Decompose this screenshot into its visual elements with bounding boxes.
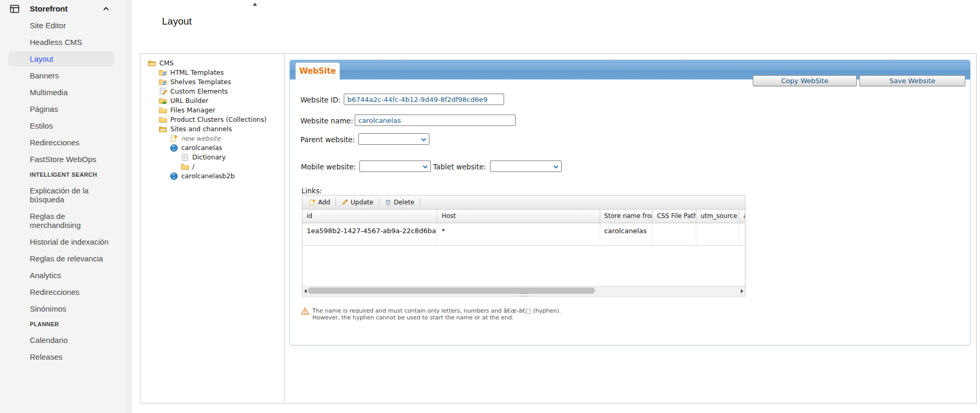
mobile-website-select[interactable] xyxy=(359,160,431,172)
sidebar-item-faststore-webops[interactable]: FastStore WebOps xyxy=(8,155,114,164)
folder-arrow-icon xyxy=(159,97,167,105)
website-name-input[interactable] xyxy=(355,114,516,126)
parent-website-label: Parent website: xyxy=(300,135,355,144)
sidebar: Storefront Site EditorHeadless CMSLayout… xyxy=(0,0,126,413)
links-grid-header: idHostStore name from LMCSS File Pathutm… xyxy=(302,210,745,223)
sidebar-item-releases[interactable]: Releases xyxy=(8,352,114,361)
cell-id: 1ea598b2-1427-4567-ab9a-22c8d6ba79eb xyxy=(302,223,437,245)
links-label: Links: xyxy=(301,187,322,195)
tree-node-cms[interactable]: CMS xyxy=(141,59,284,68)
sidebar-item-p-ginas[interactable]: Páginas xyxy=(8,105,114,113)
tree-node-carolcanelasb2b[interactable]: carolcanelasb2b xyxy=(141,171,284,181)
sidebar-item-headless-cms[interactable]: Headless CMS xyxy=(8,38,114,47)
column-header-css-file-path[interactable]: CSS File Path xyxy=(652,210,696,223)
page-title: Layout xyxy=(162,16,192,27)
folder-icon xyxy=(159,106,167,114)
tree-node-label: carolcanelasb2b xyxy=(181,171,235,181)
tree-node-sites-and-channels[interactable]: Sites and channels xyxy=(141,124,284,134)
column-header-store-name-from-lm[interactable]: Store name from LM xyxy=(600,210,653,223)
page-icon xyxy=(181,153,189,162)
table-row[interactable]: 1ea598b2-1427-4567-ab9a-22c8d6ba79eb*car… xyxy=(302,223,745,246)
sidebar-scrollbar[interactable] xyxy=(126,0,132,413)
page-edit-icon xyxy=(159,87,167,96)
tree-node-url-builder[interactable]: URL Builder xyxy=(141,96,284,106)
cell-store-name-from-lm: carolcanelas xyxy=(600,223,653,245)
tree-node-label: / xyxy=(192,162,194,171)
warning-icon xyxy=(301,307,309,315)
tree-node-html-templates[interactable]: HTML Templates xyxy=(141,68,284,77)
cell-host: * xyxy=(437,223,600,245)
scroll-right-arrow-icon[interactable] xyxy=(741,289,743,293)
sidebar-item-calendario[interactable]: Calendario xyxy=(8,336,114,345)
tablet-website-select[interactable] xyxy=(490,160,562,172)
copy-website-button[interactable]: Copy WebSite xyxy=(753,75,857,86)
parent-website-select[interactable] xyxy=(358,133,429,145)
save-website-button[interactable]: Save Website xyxy=(859,75,965,86)
scroll-left-arrow-icon[interactable] xyxy=(304,289,307,293)
sidebar-item-historial-de-indexaci-n[interactable]: Historial de indexación xyxy=(8,237,114,246)
storefront-app-icon xyxy=(10,4,19,14)
tree-node-label: Product Clusters (Collections) xyxy=(170,115,266,124)
sidebar-item-reglas-de-merchandising[interactable]: Reglas de merchandising xyxy=(8,212,114,230)
links-grid-toolbar: AddUpdateDelete xyxy=(302,196,745,210)
sidebar-item-redirecciones[interactable]: Redirecciones xyxy=(8,288,114,296)
tree-node-files-manager[interactable]: Files Manager xyxy=(141,106,284,115)
sidebar-item-sin-nimos[interactable]: Sinónimos xyxy=(8,304,114,313)
sidebar-header: Storefront xyxy=(0,0,126,19)
folder-icon xyxy=(159,116,167,124)
toolbar-button-label: Add xyxy=(318,199,330,206)
tree-node-carolcanelas[interactable]: carolcanelas xyxy=(141,143,284,153)
cms-tree-panel: CMSHTML TemplatesShelves TemplatesCustom… xyxy=(141,54,285,402)
scroll-up-arrow-icon[interactable] xyxy=(253,3,257,6)
grid-scrollbar-thumb[interactable] xyxy=(308,288,595,294)
chevron-down-icon xyxy=(553,165,558,169)
column-header-utm-source[interactable]: utm_source xyxy=(696,210,739,223)
cell-css-file-path xyxy=(652,223,696,245)
column-header-host[interactable]: Host xyxy=(437,210,600,223)
sidebar-menu: Site EditorHeadless CMSLayoutBannersMult… xyxy=(0,21,126,369)
add-button[interactable]: Add xyxy=(305,197,334,208)
tree-node-new-website[interactable]: new website xyxy=(141,134,284,143)
tree-node-dictionary[interactable]: Dictionary xyxy=(141,153,284,162)
website-id-label: Website ID: xyxy=(300,96,341,104)
sidebar-item-analytics[interactable]: Analytics xyxy=(8,271,114,280)
grid-resize-grip[interactable] xyxy=(520,293,528,296)
mobile-website-label: Mobile website: xyxy=(301,163,356,171)
delete-icon xyxy=(384,199,392,206)
tree-node-shelves-templates[interactable]: Shelves Templates xyxy=(141,77,284,87)
sidebar-item-explicaci-n-de-la-b-squeda[interactable]: Explicación de la búsqueda xyxy=(8,186,114,204)
sidebar-item-estilos[interactable]: Estilos xyxy=(8,121,114,130)
chevron-down-icon xyxy=(423,165,428,169)
tablet-website-label: Tablet website: xyxy=(433,163,486,171)
links-grid: AddUpdateDelete idHostStore name from LM… xyxy=(302,195,745,296)
sidebar-item-layout[interactable]: Layout xyxy=(8,51,114,66)
folder-open-icon xyxy=(159,125,167,133)
cell-a xyxy=(739,223,745,245)
column-header-id[interactable]: id xyxy=(302,210,437,223)
tree-node-custom-elements[interactable]: Custom Elements xyxy=(141,87,284,96)
sidebar-item-reglas-de-relevancia[interactable]: Reglas de relevancia xyxy=(8,254,114,263)
cms-content-container: CMSHTML TemplatesShelves TemplatesCustom… xyxy=(140,53,977,404)
warning-message: The name is required and must contain on… xyxy=(312,307,709,321)
toolbar-separator xyxy=(335,198,336,207)
cell-utm-source xyxy=(696,223,739,245)
globe-icon xyxy=(170,172,178,180)
app-title: Storefront xyxy=(30,4,68,13)
warning-line-1: The name is required and must contain on… xyxy=(312,307,709,314)
sidebar-item-multimedia[interactable]: Multimedia xyxy=(8,88,114,97)
chevron-up-icon[interactable] xyxy=(102,5,110,13)
website-id-input[interactable] xyxy=(344,94,504,105)
sidebar-item-site-editor[interactable]: Site Editor xyxy=(8,21,114,30)
tree-node-label: Custom Elements xyxy=(170,87,228,96)
tab-website[interactable]: WebSite xyxy=(295,62,340,80)
sidebar-item-redirecciones[interactable]: Redirecciones xyxy=(8,138,114,147)
delete-button[interactable]: Delete xyxy=(380,197,418,208)
column-header-a[interactable]: a xyxy=(739,210,745,223)
update-button[interactable]: Update xyxy=(337,197,377,208)
tree-node-node[interactable]: / xyxy=(141,162,284,171)
tree-node-product-clusters-collections[interactable]: Product Clusters (Collections) xyxy=(141,115,284,124)
tree-node-label: Sites and channels xyxy=(170,124,232,134)
folder-icon xyxy=(181,163,189,171)
sidebar-item-banners[interactable]: Banners xyxy=(8,71,114,80)
tree-node-label: new website xyxy=(181,134,220,143)
